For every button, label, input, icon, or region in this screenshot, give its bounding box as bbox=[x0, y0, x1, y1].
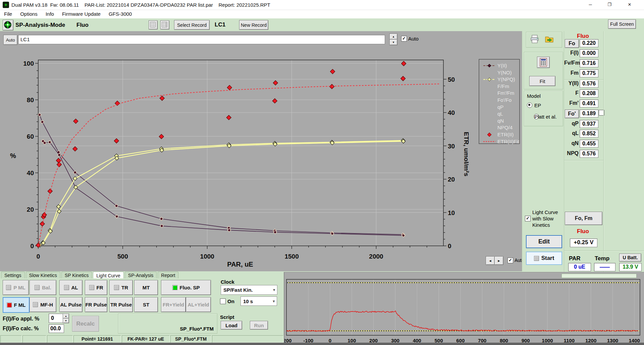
ubatt-button[interactable]: U Batt. bbox=[619, 254, 641, 262]
fifo-appl-input[interactable]: 0 bbox=[49, 314, 65, 323]
record-auto-checkbox[interactable]: ✓ bbox=[401, 36, 407, 42]
fluo-label-fo[interactable]: Fo bbox=[565, 39, 579, 48]
clock-interval-select[interactable]: 10 s▾ bbox=[240, 296, 277, 306]
tr-pulse-button[interactable]: TR Pulse bbox=[109, 297, 133, 312]
st-button[interactable]: ST bbox=[134, 297, 158, 312]
fluo-value-qn: 0.455 bbox=[580, 140, 598, 148]
light-curve-line1: Light Curve bbox=[532, 209, 558, 215]
fr-yield-button[interactable]: FR+Yield bbox=[161, 297, 186, 312]
fluo-label-fv-fm: Fv/Fm bbox=[564, 60, 579, 66]
grid-view-alt-icon[interactable] bbox=[160, 20, 169, 29]
al-button[interactable]: AL bbox=[59, 280, 83, 295]
script-run-button[interactable]: Run bbox=[250, 321, 268, 330]
fluo-label-npq: NPQ bbox=[564, 150, 579, 156]
clock-mode-value: SP/Fast Kin. bbox=[223, 287, 253, 293]
tr-indicator-icon bbox=[114, 285, 119, 290]
tr-button[interactable]: TR bbox=[109, 280, 133, 295]
p-ml-button[interactable]: P ML bbox=[3, 280, 29, 295]
fluo-gain-value: +0.25 V bbox=[570, 238, 597, 247]
mode-label: SP-Analysis-Mode bbox=[15, 22, 65, 28]
fr-button[interactable]: FR bbox=[85, 280, 107, 295]
svg-text:2000: 2000 bbox=[369, 253, 383, 260]
al-yield-label: AL+Yield bbox=[187, 302, 209, 307]
start-button[interactable]: Start bbox=[526, 252, 562, 265]
record-auto-button[interactable]: Auto bbox=[3, 35, 17, 45]
temp-dash-icon bbox=[600, 267, 610, 268]
svg-text:60: 60 bbox=[27, 133, 34, 140]
clock-on-checkbox[interactable] bbox=[220, 298, 226, 304]
fifo-spinner-down-icon[interactable]: ▼ bbox=[63, 318, 69, 323]
chart-panel: Auto LC1 ▲ ▼ ✓ Auto 05001000150020000204… bbox=[0, 31, 522, 271]
menu-options[interactable]: Options bbox=[16, 10, 42, 17]
fluo-label-qn: qN bbox=[564, 140, 579, 146]
edit-button[interactable]: Edit bbox=[526, 235, 562, 248]
new-record-button[interactable]: New Record bbox=[239, 20, 268, 30]
current-record-label: LC1 bbox=[215, 21, 225, 28]
light-curve-line2: with Slow bbox=[532, 216, 553, 221]
status-cell-spare bbox=[212, 335, 283, 343]
bal-indicator-icon bbox=[35, 285, 40, 290]
record-name-input[interactable]: LC1 bbox=[18, 35, 385, 44]
mt-button[interactable]: MT bbox=[134, 280, 158, 295]
clock-mode-select[interactable]: SP/Fast Kin.▾ bbox=[221, 285, 277, 295]
full-screen-button[interactable]: Full Screen bbox=[608, 19, 636, 29]
clock-interval-value: 10 s bbox=[243, 298, 253, 304]
fluo-value-fm: 0.491 bbox=[580, 99, 598, 108]
tab-report[interactable]: Report bbox=[158, 272, 178, 279]
svg-text:0: 0 bbox=[37, 253, 40, 260]
fr-pulse-button[interactable]: FR Pulse bbox=[85, 297, 107, 312]
minimize-icon[interactable]: ─ bbox=[583, 0, 598, 9]
fluo-value-qp: 0.937 bbox=[580, 120, 598, 128]
script-load-button[interactable]: Load bbox=[221, 321, 242, 330]
mf-h-button[interactable]: MF-H bbox=[30, 297, 56, 312]
menu-file[interactable]: File bbox=[0, 10, 16, 17]
tab-sp-kinetics[interactable]: SP Kinetics bbox=[61, 272, 92, 279]
fluo-sp-button[interactable]: Fluo. SP bbox=[161, 280, 211, 295]
light-curve-checkbox[interactable]: ✓ bbox=[525, 216, 531, 221]
maximize-icon[interactable]: ❐ bbox=[602, 0, 617, 9]
menu-info[interactable]: Info bbox=[42, 10, 58, 17]
fluo-panel: Fluo Fo0.220F(I)0.000Fv/Fm0.716Fm0.775Y(… bbox=[564, 31, 644, 272]
f-ml-button[interactable]: F ML bbox=[3, 297, 30, 313]
dual-pam-window: Dual PAM v3.18 Fw: 08.06.11 PAR-List: 20… bbox=[0, 0, 644, 345]
fifo-spinner-up-icon[interactable]: ▲ bbox=[63, 314, 69, 319]
al-yield-button[interactable]: AL+Yield bbox=[186, 297, 211, 312]
grid-view-icon[interactable] bbox=[149, 20, 158, 29]
light-curve-chart: 050010001500200002040608010001020304050%… bbox=[0, 47, 522, 271]
print-icon[interactable] bbox=[530, 34, 540, 46]
control-panel: P MLBal.ALFRTRMTFluo. SPF MLMF-HAL Pulse… bbox=[0, 278, 284, 335]
fo-fm-button[interactable]: Fo, Fm bbox=[565, 212, 602, 225]
svg-text:40: 40 bbox=[27, 169, 34, 177]
tab-settings[interactable]: Settings bbox=[1, 272, 25, 279]
svg-text:%: % bbox=[10, 152, 16, 159]
recalc-button[interactable]: Recalc bbox=[72, 316, 99, 332]
model-ep-radio[interactable] bbox=[527, 102, 532, 108]
status-bar: Point= 121691FK-PAR= 127 uESP_Fluo*.FTM bbox=[0, 335, 284, 343]
select-record-button[interactable]: Select Record bbox=[174, 20, 210, 30]
st-label: ST bbox=[143, 302, 149, 307]
bal-button[interactable]: Bal. bbox=[30, 280, 56, 295]
calculator-icon[interactable] bbox=[537, 57, 550, 68]
record-spinner-up-icon[interactable]: ▲ bbox=[389, 33, 397, 40]
fifo-calc-value: 00.0 bbox=[49, 324, 64, 333]
tab-slow-kinetics[interactable]: Slow Kinetics bbox=[26, 272, 60, 279]
record-spinner-down-icon[interactable]: ▼ bbox=[389, 39, 397, 45]
chart-auto-checkbox[interactable]: ✓ bbox=[507, 258, 513, 263]
pam-logo-button[interactable] bbox=[3, 20, 13, 30]
fluo-value-fo: 0.220 bbox=[580, 39, 598, 47]
al-pulse-button[interactable]: AL Pulse bbox=[59, 297, 83, 312]
menu-bar: FileOptionsInfoFirmware UpdateGFS-3000 bbox=[0, 10, 644, 18]
svg-text:Fm'/Fm: Fm'/Fm bbox=[497, 90, 514, 96]
tab-sp-analysis[interactable]: SP-Analysis bbox=[125, 272, 157, 279]
next-record-arrow-icon[interactable]: ► bbox=[494, 256, 503, 265]
temp-label: Temp bbox=[595, 255, 609, 262]
svg-text:100: 100 bbox=[23, 60, 34, 67]
prev-record-arrow-icon[interactable]: ◄ bbox=[486, 256, 495, 265]
export-report-icon[interactable] bbox=[544, 34, 554, 46]
fluo-gain-title: Fluo bbox=[577, 228, 589, 235]
fluo-label-fo[interactable]: Fo' bbox=[565, 110, 579, 118]
close-icon[interactable]: ✕ bbox=[622, 0, 637, 9]
menu-firmware-update[interactable]: Firmware Update bbox=[58, 10, 105, 17]
fit-button[interactable]: Fit bbox=[529, 76, 555, 86]
menu-gfs-3000[interactable]: GFS-3000 bbox=[105, 10, 136, 17]
